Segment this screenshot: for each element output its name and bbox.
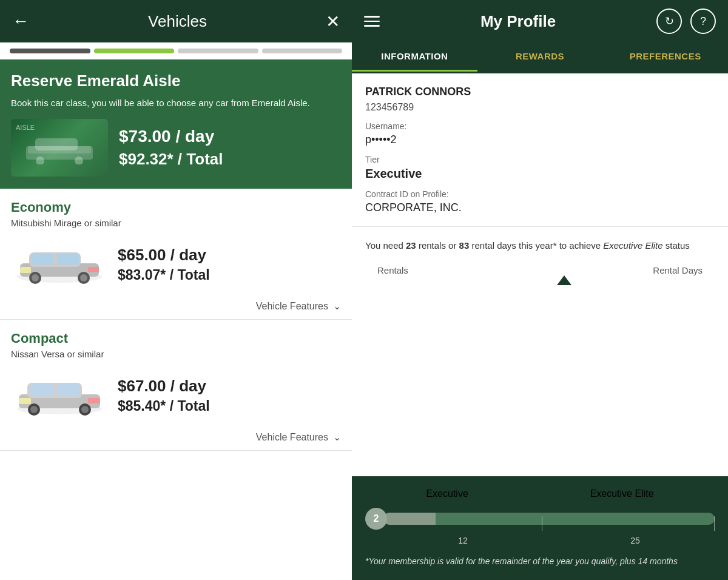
compact-price-day: $67.00 / day (118, 377, 210, 396)
compact-content: $67.00 / day $85.40* / Total (11, 366, 341, 424)
rental-status-text-block: You need 23 rentals or 83 rental days th… (352, 227, 728, 275)
right-panel: My Profile ↻ ? INFORMATION REWARDS PREFE… (352, 0, 728, 580)
profile-name: PATRICK CONNORS (365, 86, 715, 98)
tab-information[interactable]: INFORMATION (352, 42, 477, 72)
status-name: Executive Elite (603, 240, 662, 251)
contract-value: CORPORATE, INC. (365, 201, 715, 214)
vehicles-title: Vehicles (148, 12, 207, 31)
my-profile-title: My Profile (480, 12, 556, 31)
compact-price-total: $85.40* / Total (118, 398, 210, 414)
tick-12 (542, 516, 542, 531)
contract-label: Contract ID on Profile: (365, 189, 715, 199)
profile-identity-section: PATRICK CONNORS 123456789 Username: p•••… (352, 73, 728, 227)
tier-labels-row: Executive Executive Elite (365, 488, 715, 499)
hamburger-line-3 (364, 25, 380, 27)
vehicles-list: Economy Mitsubishi Mirage or similar (0, 189, 352, 580)
compact-model: Nissan Versa or similar (11, 349, 341, 359)
username-value: p•••••2 (365, 133, 715, 146)
username-label: Username: (365, 121, 715, 131)
progress-track-fill (383, 513, 436, 525)
svg-point-11 (32, 274, 39, 282)
membership-note: *Your membership is valid for the remain… (365, 555, 715, 568)
emerald-banner[interactable]: Reserve Emerald Aisle Book this car clas… (0, 59, 352, 189)
svg-rect-20 (58, 384, 79, 396)
tier-label-executive: Executive (426, 488, 468, 499)
vehicle-compact[interactable]: Compact Nissan Versa or similar (0, 320, 352, 451)
rentals-header: Rentals (377, 265, 408, 275)
svg-rect-26 (88, 398, 100, 403)
rental-days-header: Rental Days (653, 265, 703, 275)
svg-rect-19 (30, 384, 53, 396)
emerald-car-image (11, 119, 108, 177)
progress-seg-4 (262, 49, 343, 53)
svg-rect-15 (88, 267, 99, 272)
tab-rewards[interactable]: REWARDS (477, 42, 603, 72)
svg-rect-14 (20, 267, 31, 273)
refresh-icon[interactable]: ↻ (656, 8, 682, 34)
bottom-progress-section: Executive Executive Elite 2 12 25 *Your … (352, 476, 728, 580)
vehicle-economy[interactable]: Economy Mitsubishi Mirage or similar (0, 189, 352, 320)
hamburger-line-2 (364, 21, 380, 22)
profile-member-id: 123456789 (365, 102, 715, 113)
economy-class: Economy (11, 200, 341, 215)
emerald-prices: $73.00 / day $92.32* / Total (119, 127, 223, 169)
right-header: My Profile ↻ ? (352, 0, 728, 42)
tab-preferences[interactable]: PREFERENCES (602, 42, 728, 72)
compact-features-button[interactable]: Vehicle Features ⌄ (11, 424, 341, 450)
svg-point-13 (80, 274, 87, 282)
hamburger-line-1 (364, 16, 380, 18)
emerald-desc: Book this car class, you will be able to… (11, 96, 341, 109)
economy-features-button[interactable]: Vehicle Features ⌄ (11, 293, 341, 319)
progress-seg-2 (94, 49, 175, 53)
tier-label: Tier (365, 155, 715, 164)
svg-point-22 (30, 406, 38, 413)
progress-track: 2 (365, 508, 715, 530)
emerald-content: $73.00 / day $92.32* / Total (11, 119, 341, 177)
tick-labels: 12 25 (365, 536, 715, 545)
tick-label-12: 12 (383, 536, 542, 545)
economy-prices: $65.00 / day $83.07* / Total (118, 246, 210, 283)
svg-rect-4 (28, 146, 91, 153)
economy-content: $65.00 / day $83.07* / Total (11, 235, 341, 293)
progress-seg-3 (178, 49, 258, 53)
tier-value: Executive (365, 167, 715, 181)
emerald-price-total: $92.32* / Total (119, 150, 223, 169)
svg-rect-9 (58, 254, 79, 265)
economy-price-total: $83.07* / Total (118, 267, 210, 283)
compact-features-label: Vehicle Features (256, 432, 328, 443)
compact-car-image (11, 366, 108, 424)
compact-chevron-icon: ⌄ (333, 431, 341, 443)
back-icon[interactable]: ← (12, 12, 29, 31)
economy-chevron-icon: ⌄ (333, 300, 341, 312)
help-icon[interactable]: ? (690, 8, 716, 34)
rental-status-desc: You need 23 rentals or 83 rental days th… (365, 239, 715, 253)
svg-rect-8 (32, 254, 53, 265)
economy-features-label: Vehicle Features (256, 301, 328, 312)
tick-label-25: 25 (556, 536, 715, 545)
emerald-title: Reserve Emerald Aisle (11, 72, 341, 90)
svg-point-24 (81, 406, 89, 413)
progress-badge: 2 (365, 508, 387, 530)
economy-car-image (11, 235, 108, 293)
triangle-pointer (557, 275, 571, 285)
compact-class: Compact (11, 331, 341, 346)
left-header: ← Vehicles ✕ (0, 0, 352, 42)
emerald-price-day: $73.00 / day (119, 127, 223, 146)
rental-status-section: You need 23 rentals or 83 rental days th… (352, 227, 728, 285)
profile-content: PATRICK CONNORS 123456789 Username: p•••… (352, 73, 728, 476)
economy-model: Mitsubishi Mirage or similar (11, 218, 341, 228)
svg-rect-25 (19, 398, 31, 404)
compact-prices: $67.00 / day $85.40* / Total (118, 377, 210, 414)
days-count: 83 (459, 240, 470, 251)
progress-bar (0, 42, 352, 59)
economy-price-day: $65.00 / day (118, 246, 210, 265)
tick-25 (714, 516, 715, 531)
left-panel: ← Vehicles ✕ Reserve Emerald Aisle Book … (0, 0, 352, 580)
tier-label-elite: Executive Elite (590, 488, 654, 499)
rentals-header-row: Rentals Rental Days (365, 265, 715, 275)
tabs-row: INFORMATION REWARDS PREFERENCES (352, 42, 728, 73)
hamburger-menu[interactable] (364, 16, 380, 27)
close-icon[interactable]: ✕ (326, 12, 340, 32)
header-icons: ↻ ? (656, 8, 716, 34)
progress-seg-1 (10, 49, 90, 53)
